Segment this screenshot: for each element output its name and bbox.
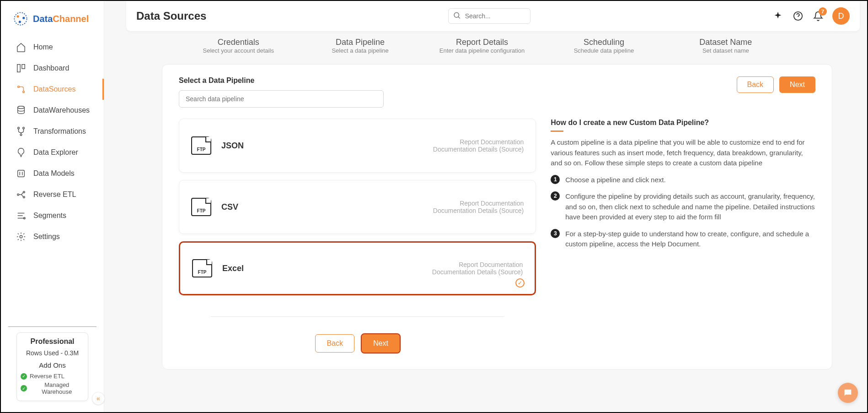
svg-point-15 bbox=[23, 196, 25, 198]
dashboard-icon bbox=[16, 63, 26, 73]
top-actions: 7 D bbox=[772, 7, 850, 25]
svg-point-7 bbox=[23, 91, 25, 93]
pipeline-option-json[interactable]: FTP JSON Report Documentation Documentat… bbox=[179, 119, 536, 173]
plan-title: Professional bbox=[17, 337, 88, 346]
sidebar-item-home[interactable]: Home bbox=[1, 37, 104, 58]
gear-icon bbox=[16, 232, 26, 242]
sidebar-item-datawarehouses[interactable]: DataWarehouses bbox=[1, 100, 104, 121]
sidebar-item-dashboard[interactable]: Dashboard bbox=[1, 58, 104, 79]
help-steps: 1Choose a pipeline and click next. 2Conf… bbox=[551, 175, 815, 250]
pipeline-list: FTP JSON Report Documentation Documentat… bbox=[179, 119, 536, 353]
sidebar-item-settings[interactable]: Settings bbox=[1, 226, 104, 247]
step-data-pipeline[interactable]: Data Pipeline Select a data pipeline bbox=[299, 38, 421, 54]
addon-reverse-etl: ✓Reverse ETL bbox=[17, 372, 88, 380]
sidebar-item-datasources[interactable]: DataSources bbox=[1, 79, 104, 100]
sidebar-item-transformations[interactable]: Transformations bbox=[1, 121, 104, 142]
logo-text: DataChannel bbox=[33, 14, 89, 24]
notifications-icon[interactable]: 7 bbox=[812, 10, 824, 22]
help-paragraph: A custom pipeline is a data pipeline tha… bbox=[551, 137, 815, 168]
sidebar-item-label: Segments bbox=[33, 212, 66, 220]
report-documentation-link[interactable]: Report Documentation bbox=[433, 200, 524, 207]
svg-point-1 bbox=[17, 15, 19, 17]
svg-point-3 bbox=[19, 21, 21, 23]
documentation-details-link[interactable]: Documentation Details (Source) bbox=[433, 207, 524, 214]
back-button-bottom[interactable]: Back bbox=[315, 334, 354, 353]
notification-badge: 7 bbox=[819, 7, 827, 16]
divider bbox=[211, 316, 504, 317]
sparkle-icon[interactable] bbox=[772, 10, 784, 22]
step-scheduling[interactable]: Scheduling Schedule data pipeline bbox=[543, 38, 664, 54]
brand-logo[interactable]: DataChannel bbox=[1, 1, 104, 35]
help-underline bbox=[551, 130, 563, 132]
chat-bubble-button[interactable] bbox=[838, 383, 858, 403]
help-step-1: 1Choose a pipeline and click next. bbox=[551, 175, 815, 185]
help-step-3: 3For a step-by-step guide to understand … bbox=[551, 229, 815, 250]
pipeline-option-csv[interactable]: FTP CSV Report Documentation Documentati… bbox=[179, 180, 536, 234]
card-buttons-top: Back Next bbox=[737, 76, 815, 93]
selected-check-icon: ✓ bbox=[515, 278, 525, 288]
next-button-top[interactable]: Next bbox=[779, 76, 815, 93]
documentation-details-link[interactable]: Documentation Details (Source) bbox=[432, 268, 523, 276]
sidebar-item-label: Home bbox=[33, 43, 53, 51]
check-icon: ✓ bbox=[21, 373, 27, 380]
sidebar-item-reverseetl[interactable]: Reverse ETL bbox=[1, 184, 104, 205]
models-icon bbox=[16, 168, 26, 179]
search-icon bbox=[453, 11, 461, 21]
plan-box: Professional Rows Used - 0.3M Add Ons ✓R… bbox=[16, 332, 88, 401]
documentation-details-link[interactable]: Documentation Details (Source) bbox=[433, 146, 524, 153]
svg-point-6 bbox=[18, 86, 20, 88]
step-dataset-name[interactable]: Dataset Name Set dataset name bbox=[665, 38, 787, 54]
step-report-details[interactable]: Report Details Enter data pipeline confi… bbox=[421, 38, 543, 54]
next-button-bottom[interactable]: Next bbox=[362, 334, 400, 353]
pipeline-option-excel[interactable]: FTP Excel Report Documentation Documenta… bbox=[179, 241, 536, 295]
pipeline-links: Report Documentation Documentation Detai… bbox=[432, 261, 523, 276]
sidebar-item-label: Reverse ETL bbox=[33, 190, 76, 199]
sidebar-item-label: Transformations bbox=[33, 127, 86, 136]
sidebar-item-dataexplorer[interactable]: Data Explorer bbox=[1, 142, 104, 163]
sidebar-item-label: DataWarehouses bbox=[33, 106, 90, 114]
ftp-folder-icon: FTP bbox=[191, 198, 211, 216]
page-title: Data Sources bbox=[136, 10, 206, 22]
transform-icon bbox=[16, 126, 26, 136]
svg-point-14 bbox=[23, 191, 25, 193]
help-icon[interactable] bbox=[792, 10, 804, 22]
check-icon: ✓ bbox=[21, 385, 27, 391]
svg-rect-4 bbox=[17, 65, 20, 72]
sidebar-item-label: Data Models bbox=[33, 169, 75, 178]
back-button-top[interactable]: Back bbox=[737, 76, 774, 93]
wizard-stepper: Credentials Select your account details … bbox=[104, 34, 860, 54]
sidebar-collapse-button[interactable]: « bbox=[92, 392, 105, 405]
pipeline-name: JSON bbox=[221, 141, 244, 151]
sidebar-item-label: DataSources bbox=[33, 85, 76, 93]
svg-point-0 bbox=[14, 12, 27, 25]
report-documentation-link[interactable]: Report Documentation bbox=[432, 261, 523, 268]
step-credentials[interactable]: Credentials Select your account details bbox=[177, 38, 299, 54]
svg-rect-12 bbox=[18, 170, 25, 177]
sidebar-item-label: Dashboard bbox=[33, 64, 69, 72]
main-content: Data Sources 7 D Credentials Select your… bbox=[104, 1, 867, 412]
pipeline-name: Excel bbox=[222, 264, 244, 273]
plan-rows-used: Rows Used - 0.3M bbox=[17, 349, 88, 357]
datasources-icon bbox=[16, 84, 26, 94]
pipeline-links: Report Documentation Documentation Detai… bbox=[433, 138, 524, 153]
pipeline-name: CSV bbox=[221, 202, 238, 212]
user-avatar[interactable]: D bbox=[832, 7, 850, 25]
report-documentation-link[interactable]: Report Documentation bbox=[433, 138, 524, 146]
explorer-icon bbox=[16, 147, 26, 158]
sidebar-item-label: Data Explorer bbox=[33, 148, 78, 157]
warehouse-icon bbox=[16, 105, 26, 115]
global-search[interactable] bbox=[448, 8, 530, 24]
sidebar-plan-section: Professional Rows Used - 0.3M Add Ons ✓R… bbox=[8, 326, 96, 412]
svg-point-9 bbox=[18, 127, 20, 129]
sidebar-nav: Home Dashboard DataSources DataWarehouse… bbox=[1, 35, 104, 249]
svg-point-11 bbox=[20, 134, 22, 136]
ftp-folder-icon: FTP bbox=[192, 259, 212, 277]
pipeline-card: Select a Data Pipeline Back Next FTP JSO… bbox=[162, 64, 832, 370]
sidebar-item-datamodels[interactable]: Data Models bbox=[1, 163, 104, 184]
sidebar-item-segments[interactable]: Segments bbox=[1, 205, 104, 226]
select-pipeline-label: Select a Data Pipeline bbox=[179, 76, 384, 85]
svg-point-2 bbox=[22, 17, 25, 19]
pipeline-search-input[interactable] bbox=[179, 90, 384, 108]
segments-icon bbox=[16, 211, 26, 221]
reverseetl-icon bbox=[16, 190, 26, 200]
